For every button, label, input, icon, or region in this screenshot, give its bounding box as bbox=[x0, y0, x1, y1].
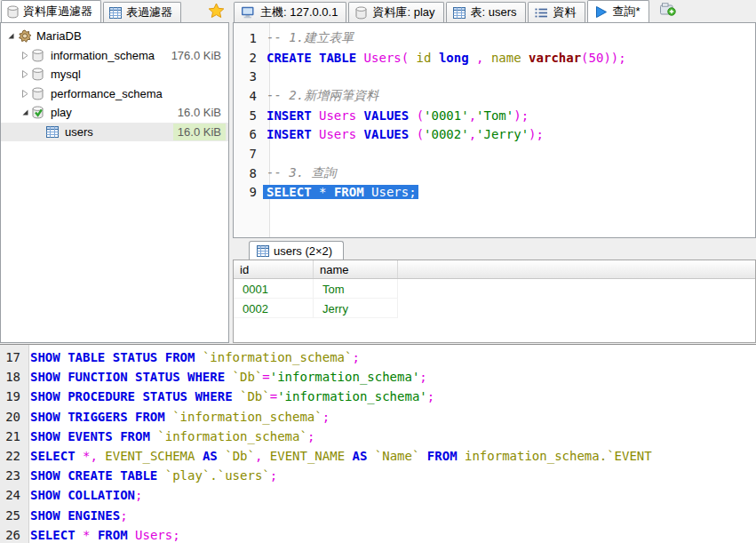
tree-item-MariaDB[interactable]: MariaDB bbox=[1, 27, 228, 46]
editor-line-text: -- 1.建立表單 bbox=[263, 30, 354, 46]
log-line: 21SHOW EVENTS FROM `information_schema`; bbox=[0, 427, 756, 446]
sql-token: `Name` bbox=[375, 449, 420, 463]
table-row[interactable]: 0001Tom bbox=[234, 279, 755, 299]
expand-arrow-icon[interactable] bbox=[19, 90, 32, 98]
tab-資料庫-play[interactable]: 資料庫: play bbox=[348, 2, 443, 22]
tree-item-users[interactable]: users16.0 KiB bbox=[1, 123, 228, 142]
sql-token: SHOW COLLATION bbox=[30, 488, 135, 502]
sql-token bbox=[364, 185, 371, 199]
sql-token: id bbox=[417, 51, 432, 65]
log-line-text: SHOW TABLE STATUS FROM `information_sche… bbox=[24, 350, 360, 364]
editor-line-number: 7 bbox=[234, 147, 263, 161]
sql-token: Users bbox=[319, 108, 356, 123]
sql-token: (50)); bbox=[581, 51, 626, 65]
table-cell[interactable]: 0002 bbox=[234, 299, 314, 318]
result-grid[interactable]: idname 0001Tom0002Jerry bbox=[233, 260, 756, 343]
tree-item-performance_schema[interactable]: performance_schema bbox=[1, 84, 228, 104]
editor-line: 9SELECT * FROM Users; bbox=[234, 183, 755, 203]
host-icon bbox=[241, 6, 255, 19]
filter-tabbar: 資料庫過濾器表過濾器 bbox=[0, 0, 229, 22]
sql-token: INSERT bbox=[267, 108, 312, 123]
log-line-text: SHOW ENGINES; bbox=[24, 508, 128, 523]
tree-item-label: performance_schema bbox=[49, 87, 163, 100]
sql-token: varchar bbox=[529, 51, 581, 65]
object-explorer-panel: 資料庫過濾器表過濾器 MariaDBinformation_schema176.… bbox=[0, 0, 229, 343]
editor-line-number: 8 bbox=[234, 166, 263, 180]
sql-token: SHOW ENGINES bbox=[30, 508, 120, 523]
server-icon bbox=[18, 29, 32, 43]
tab-主機-127.0.0.1[interactable]: 主機: 127.0.0.1 bbox=[234, 2, 346, 22]
tab-label: 資料 bbox=[553, 4, 577, 20]
column-header-name[interactable]: name bbox=[314, 260, 398, 278]
sql-token bbox=[90, 528, 97, 542]
filter-tab-table[interactable]: 表過濾器 bbox=[103, 2, 181, 22]
expand-arrow-icon[interactable] bbox=[19, 52, 32, 60]
sql-token: VALUES bbox=[364, 108, 410, 123]
database-icon bbox=[7, 5, 19, 19]
sql-token: information_schema.`EVENT bbox=[465, 449, 652, 463]
database-icon bbox=[355, 6, 367, 20]
column-header-id[interactable]: id bbox=[234, 260, 314, 278]
log-line: 20SHOW TRIGGERS FROM `information_schema… bbox=[0, 407, 756, 427]
expand-arrow-icon[interactable] bbox=[19, 108, 32, 116]
sql-token: ; bbox=[322, 410, 330, 424]
tree-item-information_schema[interactable]: information_schema176.0 KiB bbox=[1, 46, 228, 66]
sql-query-editor[interactable]: 1-- 1.建立表單2CREATE TABLE Users( id long ,… bbox=[233, 22, 756, 238]
sql-token bbox=[312, 127, 319, 141]
favorites-star-icon[interactable] bbox=[208, 3, 225, 21]
sql-token bbox=[157, 468, 164, 483]
tab-查詢-[interactable]: 查詢* bbox=[587, 0, 649, 22]
sql-token: -- 1.建立表單 bbox=[267, 30, 354, 44]
sql-token bbox=[195, 350, 202, 364]
table-cell[interactable]: Tom bbox=[314, 279, 398, 299]
query-icon bbox=[594, 5, 608, 19]
sql-token bbox=[356, 108, 363, 123]
log-line-text: SHOW COLLATION; bbox=[24, 488, 142, 502]
editor-line: 4-- 2.新增兩筆資料 bbox=[234, 86, 755, 106]
tab-表-users[interactable]: 表: users bbox=[446, 2, 526, 22]
expand-arrow-icon[interactable] bbox=[4, 32, 18, 40]
tab-資料[interactable]: 資料 bbox=[528, 2, 585, 22]
database-tree[interactable]: MariaDBinformation_schema176.0 KiBmysqlp… bbox=[0, 22, 229, 343]
new-query-tab-icon[interactable] bbox=[660, 3, 676, 16]
editor-line-text: CREATE TABLE Users( id long , name varch… bbox=[263, 51, 626, 65]
table-icon bbox=[257, 245, 269, 257]
table-cell[interactable]: Jerry bbox=[314, 299, 398, 318]
main-panel: 主機: 127.0.0.1資料庫: play表: users資料查詢* 1-- … bbox=[233, 0, 756, 343]
sql-token: VALUES bbox=[364, 127, 410, 141]
tab-label: 查詢* bbox=[613, 4, 641, 20]
sql-token: SHOW PROCEDURE STATUS WHERE bbox=[30, 389, 233, 403]
sql-token bbox=[419, 449, 426, 463]
log-line-text: SHOW CREATE TABLE `play`.`users`; bbox=[24, 468, 277, 483]
log-line-number: 17 bbox=[0, 350, 24, 364]
sql-token bbox=[233, 389, 240, 403]
log-line-number: 18 bbox=[0, 370, 24, 384]
sql-token: `play`.`users` bbox=[165, 468, 270, 483]
table-row[interactable]: 0002Jerry bbox=[234, 299, 755, 318]
tree-item-mysql[interactable]: mysql bbox=[1, 65, 228, 84]
sql-token: name bbox=[491, 51, 521, 65]
editor-selected-text: SELECT * FROM Users; bbox=[263, 185, 418, 199]
sql-log-panel[interactable]: 17SHOW TABLE STATUS FROM `information_sc… bbox=[0, 344, 756, 543]
database-icon bbox=[32, 68, 44, 81]
sql-token: AS bbox=[353, 449, 368, 463]
editor-line: 1-- 1.建立表單 bbox=[234, 28, 755, 48]
log-line: 26SELECT * FROM Users; bbox=[0, 525, 756, 543]
sql-token bbox=[312, 108, 319, 123]
expand-arrow-icon[interactable] bbox=[19, 70, 32, 78]
sql-token: SHOW CREATE TABLE bbox=[30, 468, 157, 483]
editor-line: 6INSERT Users VALUES ('0002','Jerry'); bbox=[234, 124, 755, 144]
favorites-star-icon[interactable] bbox=[208, 3, 225, 19]
sql-token bbox=[431, 51, 438, 65]
sql-token bbox=[165, 410, 172, 424]
sql-token: ; bbox=[270, 468, 277, 483]
editor-line-number: 1 bbox=[234, 31, 263, 45]
filter-tab-database[interactable]: 資料庫過濾器 bbox=[1, 0, 101, 22]
sql-token: long bbox=[439, 51, 469, 65]
table-cell[interactable]: 0001 bbox=[234, 279, 314, 299]
editor-line-number: 3 bbox=[234, 69, 263, 84]
log-line-text: SHOW PROCEDURE STATUS WHERE `Db`='inform… bbox=[24, 389, 434, 403]
log-line-text: SELECT * FROM Users; bbox=[24, 528, 180, 542]
result-tab[interactable]: users (2×2) bbox=[249, 241, 344, 260]
tree-item-play[interactable]: play16.0 KiB bbox=[1, 103, 228, 123]
